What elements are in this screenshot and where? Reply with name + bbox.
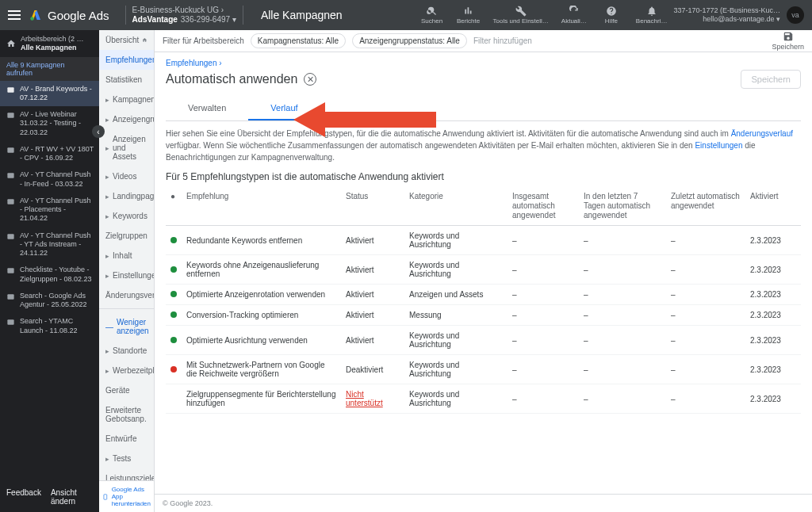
add-filter[interactable]: Filter hinzufügen [473,36,532,45]
nav-item[interactable]: Statistiken [99,70,154,90]
tab-history[interactable]: Verlauf [248,97,320,120]
table-row[interactable]: Optimierte Ausrichtung verwendenAktivier… [166,326,801,355]
account-parent: E-Business-Kuckuck UG › [132,6,236,15]
campaign-item[interactable]: AV - YT Channel Push - Placements - 21.0… [0,193,99,227]
col-status[interactable]: Status [341,187,404,226]
nav-item[interactable]: Geräte [99,380,154,400]
table-row[interactable]: Conversion-Tracking optimierenAktiviertM… [166,305,801,326]
nav-show-less[interactable]: — Weniger anzeigen [99,312,154,341]
nav-item[interactable]: ▸Inhalt [99,246,154,266]
chevron-right-icon: ▸ [105,173,109,181]
campaign-item[interactable]: AV - RT WV + VV 180T - CPV - 16.09.22 [0,141,99,167]
nav-item[interactable]: ▸Anzeigen und Assets [99,129,154,166]
change-view-link[interactable]: Ansicht ändern [51,488,93,506]
col-category[interactable]: Kategorie [404,187,508,226]
campaign-icon [6,86,15,94]
nav-label: Einstellungen [113,271,155,280]
filter-chip-campaign-status[interactable]: Kampagnenstatus: Alle [251,33,346,48]
chevron-right-icon: ▸ [105,193,109,201]
avatar[interactable]: va [787,6,804,24]
col-activated[interactable]: Aktiviert [745,187,801,226]
col-total[interactable]: Insgesamt automatisch angewendet [508,187,579,226]
cell-total: – [508,355,579,384]
all-campaigns-link[interactable]: Alle 9 Kampagnen aufrufen [0,57,99,81]
nav-item[interactable]: Entwürfe [99,429,154,449]
save-filters[interactable]: Speichern [772,31,804,51]
col-recommendation[interactable]: Empfehlung [182,187,341,226]
campaign-item[interactable]: Search - Google Ads Agentur - 25.05.2022 [0,288,99,314]
svg-rect-4 [7,113,13,117]
divider [125,6,126,25]
reports-button[interactable]: Berichte [457,6,481,25]
nav-label: Empfehlungen [105,55,155,64]
nav-item[interactable]: ▸Tests [99,449,154,468]
contact-block[interactable]: 337-170-1772 (E-Business-Kuc… hello@ads-… [673,6,780,24]
breadcrumb[interactable]: Empfehlungen › [166,59,801,67]
tools-button[interactable]: Tools und Einstell… [493,6,549,25]
status-dot [170,291,177,297]
table-row[interactable]: Keywords ohne Anzeigenauslieferung entfe… [166,255,801,285]
nav-item[interactable]: ▸Landingpages [99,186,154,206]
cell-activated: 2.3.2023 [745,384,801,414]
nav-item[interactable]: ▸Standorte [99,341,154,361]
table-row[interactable]: Redundante Keywords entfernenAktiviertKe… [166,226,801,255]
save-button[interactable]: Speichern [741,70,801,89]
app-promo[interactable]: Google Ads Appherunterladen [99,480,155,512]
campaign-item[interactable]: Checkliste - Youtube - Zielgruppen - 08.… [0,262,99,288]
feedback-link[interactable]: Feedback [6,488,41,506]
cell-activated: 2.3.2023 [745,255,801,285]
col-last7[interactable]: In den letzten 7 Tagen automatisch angew… [579,187,666,226]
campaign-icon [6,171,15,180]
help-button[interactable]: Hilfe [599,6,623,25]
account-path[interactable]: E-Business-Kuckuck UG › AdsVantage336-29… [132,6,236,25]
nav-item[interactable]: Übersicht [99,30,154,50]
search-button[interactable]: Suchen [420,6,444,25]
status-dot [170,337,177,343]
close-icon[interactable]: ✕ [304,73,316,86]
campaign-item[interactable]: AV - Live Webinar 31.03.22 - Testing - 2… [0,106,99,141]
filter-chip-adgroup-status[interactable]: Anzeigengruppenstatus: Alle [352,33,467,48]
collapse-button[interactable]: ‹ [92,125,105,138]
nav-item[interactable]: ▸Kampagnen [99,90,154,109]
cell-last7: – [579,326,666,355]
cell-last7: – [579,255,666,285]
nav-item[interactable]: Empfehlungen [99,50,154,70]
tabs: Verwalten Verlauf [166,97,801,121]
nav-label: Werbezeitplaner [113,366,155,375]
nav-item[interactable]: ▸Einstellungen [99,266,154,285]
campaign-item[interactable]: AV - Brand Keywords - 07.12.22 [0,81,99,107]
cell-last7: – [579,384,666,414]
nav-item[interactable]: ▸Videos [99,166,154,186]
svg-rect-8 [7,234,13,239]
table-row[interactable]: Zielgruppensegmente für Berichterstellun… [166,384,801,414]
notifications-button[interactable]: Benachri… [636,6,668,25]
campaign-item[interactable]: AV - YT Channel Push - In-Feed - 03.03.2… [0,166,99,193]
col-last-applied[interactable]: Zuletzt automatisch angewendet [666,187,745,226]
nav-item[interactable]: ▸Keywords [99,206,154,226]
campaign-item[interactable]: AV - YT Channel Push - YT Ads Instream -… [0,227,99,262]
campaign-item[interactable]: Search - YTAMC Launch - 11.08.22 [0,313,99,339]
menu-icon[interactable] [8,10,21,20]
nav-item[interactable]: Zielgruppen [99,226,154,246]
chevron-right-icon: ▸ [105,347,109,355]
nav-item[interactable]: ▸Werbezeitplaner [99,361,154,380]
chevron-right-icon: ▸ [105,116,109,124]
svg-rect-7 [7,199,13,204]
nav-label: Standorte [113,346,147,355]
nav-item[interactable]: Erweiterte Gebotsanp. [99,400,154,429]
workspace-selector[interactable]: Arbeitsbereich (2 … Alle Kampagnen [0,30,99,57]
campaign-icon [6,292,15,301]
nav-label: Zielgruppen [105,231,147,240]
cell-category: Keywords und Ausrichtung [404,355,508,384]
nav-item[interactable]: ▸Anzeigengruppen [99,109,154,129]
link-change-history[interactable]: Änderungsverlauf [731,129,793,138]
link-settings[interactable]: Einstellungen [695,141,742,150]
cell-category: Keywords und Ausrichtung [404,326,508,355]
filter-label: Filter für Arbeitsbereich [163,36,244,45]
nav-item[interactable]: Änderungsverlauf [99,285,154,305]
refresh-button[interactable]: Aktuali… [561,6,587,25]
table-row[interactable]: Optimierte Anzeigenrotation verwendenAkt… [166,285,801,305]
cell-total: – [508,226,579,255]
table-row[interactable]: Mit Suchnetzwerk-Partnern von Google die… [166,355,801,384]
tab-manage[interactable]: Verwalten [166,97,248,120]
